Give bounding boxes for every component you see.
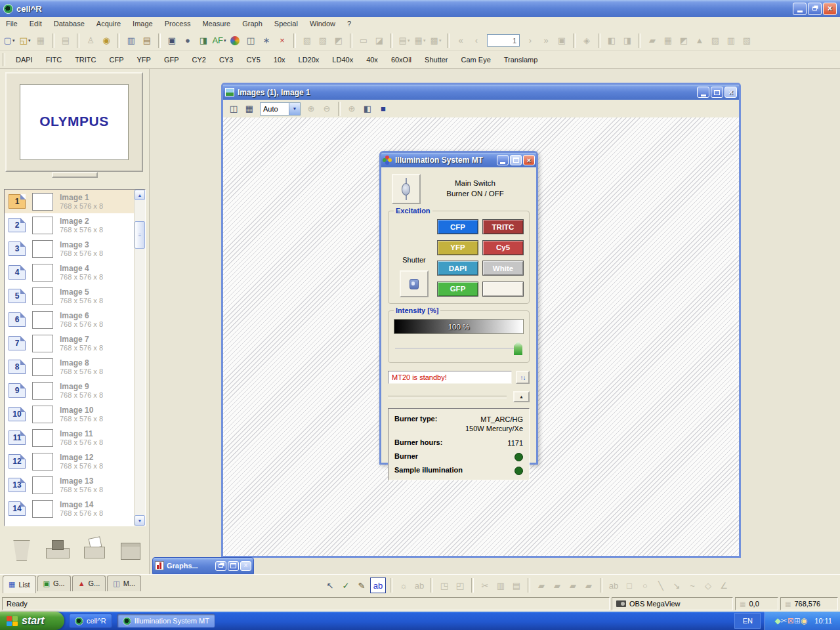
tritc-button[interactable]: TRITC (482, 219, 524, 234)
next-record-icon[interactable]: ›▾ (523, 33, 537, 48)
menu-item[interactable]: Special (268, 18, 304, 29)
cards-icon[interactable]: ◈▾ (579, 33, 594, 48)
refresh-button[interactable]: ↑↓ (516, 371, 530, 384)
image-window-maximize-button[interactable] (711, 87, 723, 98)
image-list-item[interactable]: 5 Image 5 768 x 576 x 8 (5, 284, 145, 308)
tab-graphs[interactable]: ▲ G... (72, 576, 106, 591)
image-list-item[interactable]: 4 Image 4 768 x 576 x 8 (5, 261, 145, 284)
save-drive-icon[interactable] (46, 536, 67, 561)
tool-a-icon[interactable]: ▧▾ (300, 33, 314, 48)
close-button[interactable]: × (823, 3, 837, 15)
cut-icon[interactable]: ✂ (478, 578, 492, 593)
minimize-button[interactable] (793, 3, 807, 15)
cfp-button[interactable]: CFP (437, 219, 478, 234)
filter-button[interactable]: FITC (39, 53, 68, 66)
intensity-slider[interactable] (394, 341, 524, 356)
zoom-in-icon[interactable]: ⊕ (304, 102, 318, 116)
adjust-display-icon[interactable]: ◧ (360, 102, 375, 116)
zoom-select[interactable]: Auto ▼ (260, 102, 301, 116)
image-list-item[interactable]: 10 Image 10 768 x 576 x 8 (5, 402, 145, 426)
filter-button[interactable]: GFP (158, 53, 186, 66)
restore-button[interactable] (808, 3, 822, 15)
first-record-icon[interactable]: «▾ (453, 33, 468, 48)
edit-points-icon[interactable]: ✓ (339, 578, 353, 593)
dialog-minimize-button[interactable] (497, 155, 509, 165)
filter-button[interactable]: 10x (267, 53, 292, 66)
edit-icon[interactable]: ✎ (354, 578, 369, 593)
stage-icon[interactable]: ◫▾ (243, 33, 258, 48)
image-list-item[interactable]: 2 Image 2 768 x 576 x 8 (5, 213, 145, 237)
polygon-tool-icon[interactable]: ◇ (701, 578, 715, 593)
tool-d-icon[interactable]: ▭▾ (356, 33, 371, 48)
trash-icon[interactable] (9, 536, 30, 561)
image-list-item[interactable]: 7 Image 7 768 x 576 x 8 (5, 331, 145, 355)
layer-3-icon[interactable]: ▰ (566, 578, 580, 593)
book-right-icon[interactable]: ◨▾ (620, 33, 635, 48)
task-illumination[interactable]: Illumination System MT (117, 614, 215, 628)
tool-c-icon[interactable]: ◩▾ (331, 33, 346, 48)
image-list-item[interactable]: 14 Image 14 768 x 576 x 8 (5, 497, 145, 520)
ellipse-tool-icon[interactable]: ○ (638, 578, 652, 593)
image-list-item[interactable]: 3 Image 3 768 x 576 x 8 (5, 237, 145, 261)
tray-tools-icon[interactable]: ✂ (781, 617, 788, 625)
tray-antivirus-icon[interactable]: ◆ (774, 617, 780, 625)
menu-item[interactable]: Database (48, 18, 91, 29)
main-switch-button[interactable] (392, 174, 421, 204)
histogram-labels-icon[interactable]: ab (370, 578, 386, 593)
image-window-close-button[interactable]: × (724, 87, 737, 98)
print-icon[interactable]: ▤▾ (58, 33, 73, 48)
image-list-item[interactable]: 6 Image 6 768 x 576 x 8 (5, 308, 145, 331)
filter-button[interactable]: CY5 (240, 53, 266, 66)
image-list-item[interactable]: 8 Image 8 768 x 576 x 8 (5, 355, 145, 379)
process-4-icon[interactable]: ▲▾ (692, 33, 707, 48)
process-5-icon[interactable]: ▨▾ (708, 33, 723, 48)
layer-2-icon[interactable]: ▰ (550, 578, 564, 593)
export-icon[interactable]: ◳ (437, 578, 452, 593)
image-list-item[interactable]: 1 Image 1 768 x 576 x 8 (5, 190, 145, 213)
filter-button[interactable]: 60xOil (385, 53, 418, 66)
prev-record-icon[interactable]: ‹▾ (469, 33, 484, 48)
last-record-icon[interactable]: »▾ (539, 33, 553, 48)
filter-button[interactable]: DAPI (9, 53, 39, 66)
import-icon[interactable]: ◰ (453, 578, 467, 593)
menu-item[interactable]: Measure (196, 18, 236, 29)
color-ball-icon[interactable]: ●▾ (228, 33, 242, 48)
process-7-icon[interactable]: ▧▾ (740, 33, 754, 48)
db-grid-icon[interactable]: ▦▾ (413, 33, 427, 48)
chevron-down-icon[interactable]: ▼ (289, 103, 300, 115)
image-list-item[interactable]: 12 Image 12 768 x 576 x 8 (5, 450, 145, 473)
graphs-close-button[interactable]: × (240, 561, 251, 571)
curve-tool-icon[interactable]: ~ (685, 578, 700, 593)
start-button[interactable]: start (0, 612, 64, 630)
image-list-item[interactable]: 9 Image 9 768 x 576 x 8 (5, 379, 145, 402)
record-number-input[interactable] (487, 34, 520, 47)
menu-item[interactable]: Process (159, 18, 197, 29)
user-icon[interactable]: ♙▾ (83, 33, 98, 48)
process-6-icon[interactable]: ▥▾ (724, 33, 738, 48)
filter-button[interactable]: TRITC (68, 53, 102, 66)
copy-icon[interactable]: ▥ (494, 578, 508, 593)
scroll-up-button[interactable]: ▲ (135, 190, 145, 200)
line-tool-icon[interactable]: ╲ (654, 578, 668, 593)
process-2-icon[interactable]: ▦▾ (661, 33, 675, 48)
scroll-down-button[interactable]: ▼ (135, 515, 145, 526)
filter-button[interactable]: CFP (103, 53, 131, 66)
layer-4-icon[interactable]: ▰ (581, 578, 596, 593)
cascade-icon[interactable]: ◫ (226, 102, 241, 116)
graphs-maximize-button[interactable] (228, 561, 239, 571)
brightness-icon[interactable]: ☼ (396, 578, 411, 593)
task-cellr[interactable]: cell^R (69, 614, 112, 628)
process-1-icon[interactable]: ▰▾ (645, 33, 660, 48)
database-box-icon[interactable] (119, 536, 140, 561)
pointer-icon[interactable]: ↖ (323, 578, 337, 593)
filter-button[interactable]: YFP (131, 53, 158, 66)
language-indicator[interactable]: EN (734, 613, 761, 629)
label-down-icon[interactable]: ab (412, 578, 427, 593)
angle-tool-icon[interactable]: ∠ (717, 578, 731, 593)
layer-1-icon[interactable]: ▰ (534, 578, 549, 593)
rect-tool-icon[interactable]: □ (622, 578, 637, 593)
filter-button[interactable]: LD40x (326, 53, 360, 66)
filter-button[interactable]: Translamp (497, 53, 545, 66)
empty-button[interactable] (482, 282, 524, 297)
tool-e-icon[interactable]: ◪▾ (372, 33, 387, 48)
